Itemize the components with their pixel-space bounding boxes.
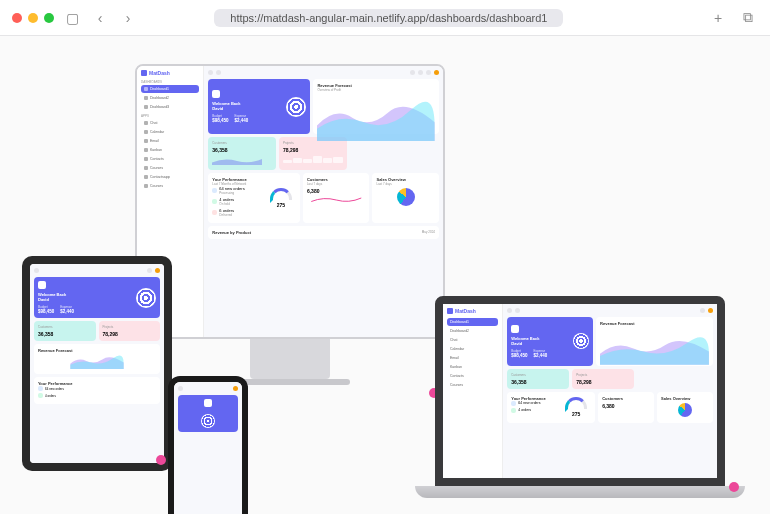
app-logo[interactable]: MatDash — [447, 308, 498, 314]
search-icon[interactable] — [515, 308, 520, 313]
sidebar-item-courses[interactable]: Courses — [141, 164, 199, 172]
avatar[interactable] — [233, 386, 238, 391]
target-graphic — [136, 288, 156, 308]
sidebar-item[interactable]: Calendar — [447, 345, 498, 353]
sidebar-item-dashboard1[interactable]: Dashboard1 — [141, 85, 199, 93]
avatar[interactable] — [708, 308, 713, 313]
sidebar-item-calendar[interactable]: Calendar — [141, 128, 199, 136]
budget-value: $98,450 — [212, 118, 228, 123]
sidebar-item[interactable]: Chat — [447, 336, 498, 344]
sidebar-item-chat[interactable]: Chat — [141, 119, 199, 127]
expense-label: Expense — [235, 114, 249, 118]
user-avatar — [204, 399, 212, 407]
sidebar-item-dashboard3[interactable]: Dashboard3 — [141, 103, 199, 111]
projects-sparkline — [283, 155, 343, 163]
notifications-icon[interactable] — [700, 308, 705, 313]
monitor-stand — [250, 339, 330, 379]
sidebar-item-contacts[interactable]: Contacts — [141, 155, 199, 163]
sidebar-item-contactsapp[interactable]: Contactsapp — [141, 173, 199, 181]
minimize-window[interactable] — [28, 13, 38, 23]
status-icon — [212, 199, 217, 204]
app-logo[interactable]: MatDash — [141, 70, 199, 76]
new-tab-button[interactable]: + — [708, 8, 728, 28]
menu-icon[interactable] — [34, 268, 39, 273]
sidebar-item-kanban[interactable]: Kanban — [141, 146, 199, 154]
projects-mini-card: Projects78,298 — [572, 369, 634, 389]
welcome-card: Welcome BackDavid Budget$98,450Expense$2… — [34, 277, 160, 318]
menu-icon[interactable] — [507, 308, 512, 313]
notifications-icon[interactable] — [147, 268, 152, 273]
target-graphic — [286, 97, 306, 117]
gauge-chart — [565, 397, 587, 409]
monitor-base — [230, 379, 350, 385]
avatar[interactable] — [155, 268, 160, 273]
lang-icon[interactable] — [410, 70, 415, 75]
projects-label: Projects — [283, 141, 343, 145]
notifications-icon[interactable] — [426, 70, 431, 75]
sidebar-item-dashboard2[interactable]: Dashboard2 — [141, 94, 199, 102]
forecast-card: Revenue Forecast — [34, 344, 160, 374]
logo-icon — [447, 308, 453, 314]
target-graphic — [573, 333, 589, 349]
sidebar-item-courses2[interactable]: Courses — [141, 182, 199, 190]
fab-button[interactable] — [156, 455, 164, 463]
customers-card-sub: Last 7 days — [307, 182, 366, 186]
laptop-preview: MatDash Dashboard1 Dashboard2 Chat Calen… — [415, 296, 745, 498]
perf-item-status: On hold — [219, 202, 234, 206]
sidebar-item[interactable]: Contacts — [447, 372, 498, 380]
performance-card: Your Performance 64 new orders 4 orders — [34, 377, 160, 404]
sidebar-item[interactable]: Dashboard2 — [447, 327, 498, 335]
maximize-window[interactable] — [44, 13, 54, 23]
chat-icon — [144, 121, 148, 125]
customers-mini-card: Customers 36,358 — [208, 137, 276, 170]
target-graphic — [201, 414, 215, 428]
url-bar[interactable]: https://matdash-angular-main.netlify.app… — [214, 9, 563, 27]
performance-card: Your Performance64 new orders4 orders 27… — [507, 392, 595, 423]
back-button[interactable]: ‹ — [90, 8, 110, 28]
close-window[interactable] — [12, 13, 22, 23]
phone-preview — [168, 376, 248, 514]
gauge-chart — [270, 188, 292, 200]
forward-button[interactable]: › — [118, 8, 138, 28]
forecast-chart — [317, 94, 435, 141]
dashboard-icon — [144, 96, 148, 100]
logo-icon — [141, 70, 147, 76]
dark-mode-icon[interactable] — [418, 70, 423, 75]
mail-icon — [144, 139, 148, 143]
gauge-value: 275 — [277, 202, 285, 208]
customers-line — [307, 194, 366, 204]
courses-icon — [144, 184, 148, 188]
dashboard-icon — [144, 105, 148, 109]
menu-icon[interactable] — [208, 70, 213, 75]
projects-mini-card: Projects78,298 — [99, 321, 161, 341]
sidebar-section-header: DASHBOARDS — [141, 80, 199, 84]
tablet-preview: Welcome BackDavid Budget$98,450Expense$2… — [22, 256, 172, 471]
user-avatar — [38, 281, 46, 289]
laptop-base — [415, 486, 745, 498]
customers-mini-card: Customers36,358 — [34, 321, 96, 341]
app-name: MatDash — [149, 70, 170, 76]
customers-card: Customers Last 7 days 6,380 — [303, 173, 370, 223]
user-avatar — [212, 90, 220, 98]
welcome-name: David — [212, 106, 223, 111]
revenue-product-period[interactable]: May 2024 — [422, 230, 435, 235]
sidebar-item-dashboard1[interactable]: Dashboard1 — [447, 318, 498, 326]
forecast-card: Revenue Forecast Overview of Profit — [313, 79, 439, 134]
tabs-button[interactable]: ⧉ — [738, 8, 758, 28]
sidebar-item[interactable]: Kanban — [447, 363, 498, 371]
sidebar-item[interactable]: Email — [447, 354, 498, 362]
customers-value: 36,358 — [212, 147, 272, 153]
search-icon[interactable] — [216, 70, 221, 75]
contacts-icon — [144, 175, 148, 179]
avatar[interactable] — [434, 70, 439, 75]
sidebar-item-email[interactable]: Email — [141, 137, 199, 145]
sidebar-toggle-icon[interactable]: ▢ — [62, 8, 82, 28]
sidebar-item[interactable]: Courses — [447, 381, 498, 389]
topbar — [208, 70, 439, 75]
forecast-subtitle: Overview of Profit — [317, 88, 435, 92]
menu-icon[interactable] — [178, 386, 183, 391]
status-icon — [212, 210, 217, 215]
projects-mini-card: Projects 78,298 — [279, 137, 347, 170]
sidebar: MatDash Dashboard1 Dashboard2 Chat Calen… — [443, 304, 503, 478]
courses-icon — [144, 166, 148, 170]
